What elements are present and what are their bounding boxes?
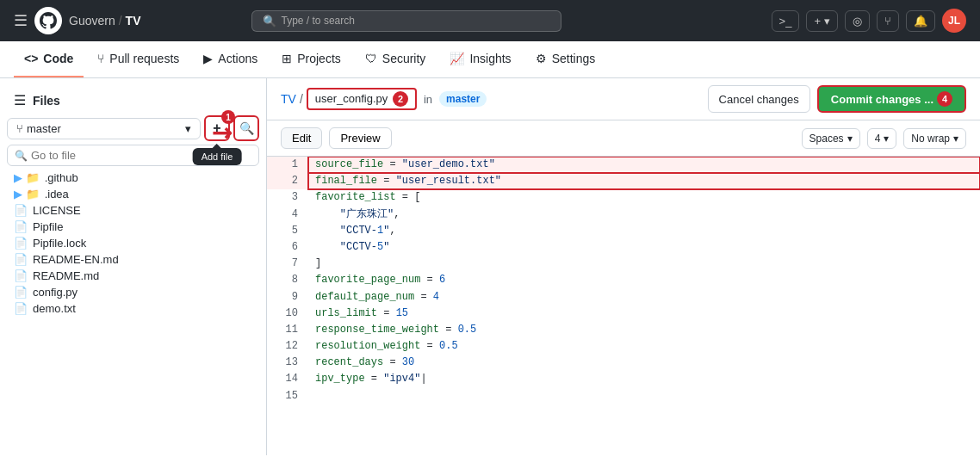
- commit-changes-button[interactable]: Commit changes ... 4: [817, 85, 966, 113]
- tab-settings[interactable]: ⚙ Settings: [525, 41, 606, 77]
- wrap-selector[interactable]: No wrap ▾: [903, 128, 966, 149]
- table-row: 1source_file = "user_demo.txt": [267, 157, 980, 173]
- line-number: 14: [267, 371, 308, 387]
- bell-icon: 🔔: [914, 15, 927, 28]
- table-row: 13recent_days = 30: [267, 355, 980, 371]
- header-actions: Cancel changes Commit changes ... 4: [708, 85, 966, 113]
- add-file-button[interactable]: + 1 Add file: [204, 115, 230, 141]
- repo-navigation: <> Code ⑂ Pull requests ▶ Actions ⊞ Proj…: [0, 41, 980, 78]
- file-item-label: .idea: [45, 188, 69, 201]
- pull-requests-icon: ⑂: [97, 52, 104, 65]
- line-number: 6: [267, 239, 308, 256]
- line-number: 4: [267, 207, 308, 223]
- cancel-changes-button[interactable]: Cancel changes: [708, 85, 810, 113]
- table-row: 4 "广东珠江",: [267, 207, 980, 223]
- file-icon: 📄: [14, 204, 28, 217]
- file-item-label: demo.txt: [33, 302, 76, 315]
- search-icon: 🔍: [263, 15, 276, 28]
- tab-insights-label: Insights: [469, 52, 511, 65]
- tab-insights[interactable]: 📈 Insights: [439, 41, 521, 77]
- repo-breadcrumb: Guovern / TV: [69, 14, 140, 28]
- list-item[interactable]: ▶ 📁.idea: [0, 186, 266, 202]
- file-actions: + 1 Add file 🔍: [204, 115, 259, 141]
- line-number: 10: [267, 306, 308, 322]
- terminal-icon: >_: [779, 15, 792, 28]
- line-content: "CCTV-5": [308, 239, 980, 256]
- list-item[interactable]: 📄README-EN.md: [0, 251, 266, 268]
- file-item-label: LICENSE: [33, 204, 81, 217]
- editor-header: TV / user_config.py 2 in master Cancel c…: [267, 78, 980, 120]
- table-row: 2final_file = "user_result.txt": [267, 173, 980, 189]
- chevron-down-icon: ▾: [884, 133, 889, 145]
- editor-area: TV / user_config.py 2 in master Cancel c…: [267, 78, 980, 455]
- breadcrumb-sep: /: [300, 92, 303, 106]
- fork-icon: ⑂: [884, 15, 891, 28]
- repo-name[interactable]: TV: [126, 14, 141, 28]
- line-number: 2: [267, 173, 308, 189]
- line-content: urls_limit = 15: [308, 306, 980, 322]
- indent-selector[interactable]: 4 ▾: [867, 128, 897, 149]
- in-label: in: [424, 93, 432, 106]
- avatar[interactable]: JL: [942, 9, 966, 33]
- search-file-button[interactable]: 🔍: [233, 115, 259, 141]
- filename-badge: 2: [393, 91, 408, 107]
- breadcrumb: TV / user_config.py 2: [281, 88, 417, 110]
- table-row: 6 "CCTV-5": [267, 239, 980, 256]
- hamburger-icon[interactable]: ☰: [14, 11, 28, 30]
- line-content: resolution_weight = 0.5: [308, 338, 980, 355]
- file-sidebar: ☰ Files ⑂ master ▾ + 1 Add file 🔍: [0, 78, 267, 455]
- line-number: 12: [267, 338, 308, 355]
- breadcrumb-repo-link[interactable]: TV: [281, 92, 296, 106]
- table-row: 12resolution_weight = 0.5: [267, 338, 980, 355]
- repo-owner-link[interactable]: Guovern: [69, 14, 115, 28]
- list-item[interactable]: 📄Pipfile: [0, 219, 266, 235]
- spaces-selector[interactable]: Spaces ▾: [802, 128, 860, 149]
- file-item-label: Pipfile.lock: [33, 237, 86, 250]
- table-row: 8favorite_page_num = 6: [267, 272, 980, 288]
- branch-icon: ⑂: [16, 122, 23, 135]
- list-item[interactable]: 📄demo.txt: [0, 300, 266, 317]
- table-row: 14ipv_type = "ipv4"|: [267, 371, 980, 387]
- terminal-button[interactable]: >_: [772, 10, 800, 32]
- circle-button[interactable]: ◎: [845, 10, 870, 32]
- list-item[interactable]: 📄config.py: [0, 284, 266, 300]
- tab-projects-label: Projects: [297, 52, 341, 65]
- list-item[interactable]: 📄LICENSE: [0, 202, 266, 219]
- new-button[interactable]: + ▾: [806, 10, 838, 32]
- branch-name: master: [27, 122, 61, 135]
- table-row: 11response_time_weight = 0.5: [267, 322, 980, 338]
- tab-settings-label: Settings: [552, 52, 596, 65]
- security-icon: 🛡: [365, 52, 377, 65]
- file-item-label: config.py: [33, 286, 78, 299]
- line-content: favorite_list = [: [308, 189, 980, 206]
- edit-tab-button[interactable]: Edit: [281, 127, 322, 149]
- line-content: source_file = "user_demo.txt": [308, 157, 980, 173]
- folder-icon: ▶ 📁: [14, 171, 40, 184]
- search-placeholder: Type / to search: [282, 15, 355, 27]
- line-content: recent_days = 30: [308, 355, 980, 371]
- plus-icon: +: [213, 120, 220, 136]
- list-item[interactable]: 📄README.md: [0, 268, 266, 284]
- branch-toolbar: ⑂ master ▾ + 1 Add file 🔍: [0, 115, 266, 145]
- tab-pull-requests[interactable]: ⑂ Pull requests: [87, 41, 189, 77]
- file-item-label: README-EN.md: [33, 253, 119, 266]
- github-logo[interactable]: [34, 7, 62, 34]
- branch-selector[interactable]: ⑂ master ▾: [7, 118, 201, 139]
- files-panel-icon: ☰: [14, 92, 26, 108]
- bell-button[interactable]: 🔔: [906, 10, 935, 32]
- line-number: 11: [267, 322, 308, 338]
- tab-actions-label: Actions: [218, 52, 257, 65]
- fork-button[interactable]: ⑂: [877, 10, 899, 32]
- tab-code[interactable]: <> Code: [14, 41, 84, 77]
- search-bar[interactable]: 🔍 Type / to search: [251, 10, 561, 32]
- code-editor[interactable]: 1source_file = "user_demo.txt"2final_fil…: [267, 157, 980, 455]
- line-number: 7: [267, 256, 308, 272]
- list-item[interactable]: 📄Pipfile.lock: [0, 235, 266, 251]
- preview-tab-button[interactable]: Preview: [329, 127, 391, 149]
- list-item[interactable]: ▶ 📁.github: [0, 170, 266, 186]
- tab-projects[interactable]: ⊞ Projects: [271, 41, 351, 77]
- tab-actions[interactable]: ▶ Actions: [193, 41, 268, 77]
- tab-security[interactable]: 🛡 Security: [355, 41, 437, 77]
- go-to-file-input[interactable]: [31, 149, 251, 162]
- table-row: 5 "CCTV-1",: [267, 223, 980, 239]
